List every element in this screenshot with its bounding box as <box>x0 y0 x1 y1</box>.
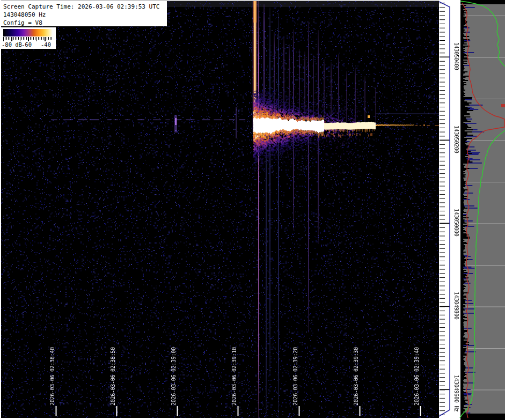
colorbar-label-40: -40 <box>41 41 51 48</box>
x-axis-tick-label: 2026-03-06 02:39:20 <box>292 347 298 406</box>
waterfall-canvas <box>0 0 505 420</box>
y-axis-tick-label: 143049800 <box>453 292 459 320</box>
x-axis-tick-label: 2026-03-06 02:39:30 <box>353 347 359 406</box>
x-axis-tick-label: 2026-03-06 02:38:50 <box>110 347 116 406</box>
capture-time-text: Screen Capture Time: 2026-03-06 02:39:53… <box>3 3 165 11</box>
info-box: Screen Capture Time: 2026-03-06 02:39:53… <box>1 1 167 26</box>
y-axis-tick-label: 143050200 <box>453 126 459 153</box>
colorbar-gradient <box>3 29 53 36</box>
y-axis-tick-label: 143050000 <box>453 209 459 237</box>
spectrogram-app: Screen Capture Time: 2026-03-06 02:39:53… <box>0 0 505 420</box>
x-axis-tick-label: 2026-03-06 02:38:40 <box>49 347 55 406</box>
colorbar-label-80: -80 dB <box>2 41 22 48</box>
x-axis-tick-label: 2026-03-06 02:39:10 <box>231 347 237 406</box>
colorbar-ticks <box>3 37 53 41</box>
y-axis-tick-label: 143049600 Hz <box>453 375 459 412</box>
colorbar-legend: -80 dB -60 -40 <box>1 27 56 49</box>
x-axis-tick-label: 2026-03-06 02:39:40 <box>414 347 420 406</box>
center-frequency-text: 143048050 Hz <box>3 11 165 19</box>
colorbar-label-60: -60 <box>21 41 32 48</box>
config-text: Config = V8 <box>3 19 165 27</box>
x-axis-tick-label: 2026-03-06 02:39:00 <box>171 347 177 406</box>
y-axis-tick-label: 143050400 <box>453 42 459 70</box>
